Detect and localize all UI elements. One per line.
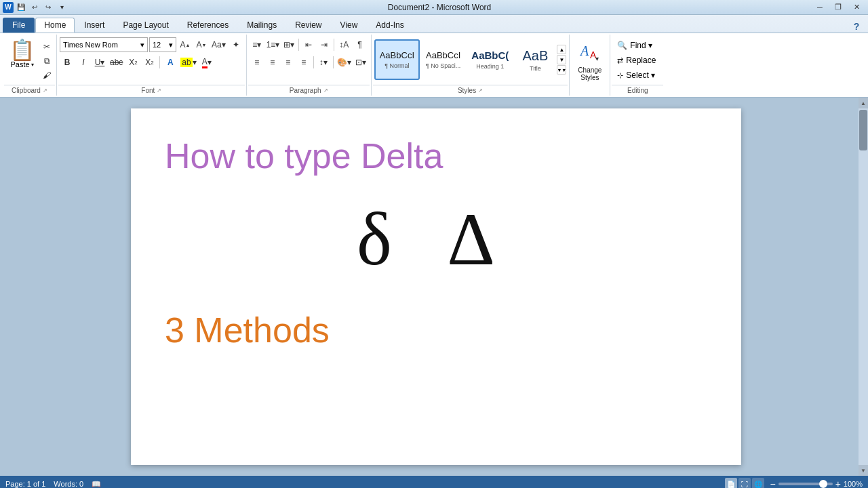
tab-references[interactable]: References	[178, 18, 237, 33]
paragraph-group-label[interactable]: Paragraph ↗	[248, 85, 370, 96]
replace-button[interactable]: ⇄ Replace	[613, 54, 660, 67]
tab-file[interactable]: File	[3, 18, 35, 33]
font-group: Times New Rom ▾ 12 ▾ A▲ A▼ Aa▾ ✦ B I U▾	[57, 35, 247, 96]
para-divider2	[334, 39, 334, 51]
close-button[interactable]: ✕	[848, 1, 865, 14]
copy-button[interactable]: ⧉	[40, 54, 54, 68]
scroll-thumb[interactable]	[859, 110, 867, 150]
undo-qa-button[interactable]: ↩	[28, 1, 41, 14]
border-button[interactable]: ⊡▾	[353, 55, 368, 70]
select-label: Select ▾	[626, 70, 655, 80]
show-formatting-button[interactable]: ¶	[352, 37, 367, 52]
superscript-button[interactable]: X2	[142, 55, 157, 70]
text-effects-button[interactable]: A	[163, 55, 178, 70]
find-button[interactable]: 🔍 Find ▾	[613, 39, 656, 52]
increase-indent-button[interactable]: ⇥	[317, 37, 332, 52]
paste-button[interactable]: 📋 Paste▾	[5, 37, 39, 71]
document-page[interactable]: How to type Delta δ Δ 3 Methods	[131, 108, 741, 465]
numbering-button[interactable]: 1≡▾	[265, 37, 281, 52]
subscript-button[interactable]: X2	[125, 55, 140, 70]
line-spacing-button[interactable]: ↕▾	[316, 55, 331, 70]
italic-button[interactable]: I	[76, 55, 91, 70]
underline-button[interactable]: U▾	[92, 55, 107, 70]
replace-icon: ⇄	[617, 56, 623, 65]
tab-review[interactable]: Review	[286, 18, 330, 33]
view-icons: 📄 ⛶ 🌐	[725, 478, 764, 488]
full-screen-view[interactable]: ⛶	[738, 478, 751, 488]
clear-format-button[interactable]: ✦	[229, 37, 243, 52]
redo-qa-button[interactable]: ↪	[42, 1, 54, 14]
restore-button[interactable]: ❐	[829, 1, 847, 14]
paste-label: Paste▾	[10, 60, 33, 68]
font-group-label[interactable]: Font ↗	[58, 85, 245, 96]
editing-group-label[interactable]: Editing	[612, 85, 663, 96]
sort-button[interactable]: ↕A	[336, 37, 351, 52]
help-button[interactable]: ?	[850, 20, 863, 33]
scroll-down-arrow[interactable]: ▼	[859, 465, 868, 476]
multilevel-button[interactable]: ⊞▾	[281, 37, 296, 52]
style-heading1-label: Heading 1	[476, 63, 504, 70]
customize-qa-button[interactable]: ▾	[56, 1, 68, 14]
document-main[interactable]: How to type Delta δ Δ 3 Methods	[14, 98, 859, 476]
shrink-font-button[interactable]: A▼	[194, 37, 209, 52]
tab-add-ins[interactable]: Add-Ins	[367, 18, 412, 33]
align-center-button[interactable]: ≡	[265, 55, 280, 70]
svg-text:▾: ▾	[595, 55, 599, 62]
zoom-thumb[interactable]	[819, 480, 827, 488]
web-layout-view[interactable]: 🌐	[752, 478, 764, 488]
language-indicator: 📖	[92, 480, 101, 489]
format-painter-button[interactable]: 🖌	[40, 68, 54, 82]
vertical-scrollbar[interactable]: ▲ ▼	[859, 98, 868, 476]
save-qa-button[interactable]: 💾	[15, 1, 27, 14]
styles-group-label[interactable]: Styles ↗	[373, 85, 568, 96]
align-left-button[interactable]: ≡	[250, 55, 264, 70]
document-heading: How to type Delta	[165, 136, 707, 176]
tab-mailings[interactable]: Mailings	[238, 18, 285, 33]
paragraph-expand-icon: ↗	[323, 87, 328, 94]
font-name-select[interactable]: Times New Rom ▾	[60, 37, 148, 52]
style-no-spacing-button[interactable]: AaBbCcI ¶ No Spaci...	[421, 39, 465, 80]
tab-page-layout[interactable]: Page Layout	[114, 18, 177, 33]
bold-button[interactable]: B	[60, 55, 75, 70]
tab-home[interactable]: Home	[35, 18, 75, 33]
zoom-in-button[interactable]: +	[835, 479, 841, 488]
font-color-button[interactable]: A▾	[199, 55, 214, 70]
styles-area: AaBbCcI ¶ Normal AaBbCcI ¶ No Spaci... A…	[374, 39, 567, 80]
change-styles-button[interactable]: A A ▾ ChangeStyles	[573, 38, 607, 83]
text-highlight-button[interactable]: ab▾	[179, 55, 197, 70]
find-icon: 🔍	[617, 41, 627, 50]
style-title-preview: AaB	[522, 47, 548, 64]
styles-down-arrow[interactable]: ▼	[557, 55, 566, 64]
style-title-button[interactable]: AaB Title	[515, 39, 555, 80]
justify-button[interactable]: ≡	[296, 55, 311, 70]
select-button[interactable]: ⊹ Select ▾	[613, 68, 659, 82]
shading-button[interactable]: 🎨▾	[336, 55, 353, 70]
change-styles-icon: A A ▾	[576, 39, 604, 66]
minimize-button[interactable]: ─	[811, 1, 829, 14]
bullets-button[interactable]: ≡▾	[250, 37, 264, 52]
grow-font-button[interactable]: A▲	[178, 37, 193, 52]
zoom-out-button[interactable]: −	[770, 479, 775, 488]
style-heading1-preview: AaBbC(	[471, 49, 509, 62]
print-layout-view[interactable]: 📄	[725, 478, 737, 488]
tab-insert[interactable]: Insert	[75, 18, 113, 33]
change-case-button[interactable]: Aa▾	[210, 37, 227, 52]
decrease-indent-button[interactable]: ⇤	[301, 37, 316, 52]
document-methods: 3 Methods	[165, 310, 707, 350]
style-heading1-button[interactable]: AaBbC( Heading 1	[467, 39, 513, 80]
title-bar: W 💾 ↩ ↪ ▾ Document2 - Microsoft Word ─ ❐…	[0, 0, 868, 15]
clipboard-side: ✂ ⧉ 🖌	[40, 37, 54, 82]
styles-up-arrow[interactable]: ▲	[557, 45, 566, 54]
tab-view[interactable]: View	[332, 18, 367, 33]
zoom-slider[interactable]	[778, 483, 833, 485]
cut-button[interactable]: ✂	[40, 40, 54, 54]
document-area: How to type Delta δ Δ 3 Methods ▲ ▼	[0, 98, 868, 476]
scroll-up-arrow[interactable]: ▲	[859, 98, 868, 108]
clipboard-group-label[interactable]: Clipboard ↗	[4, 85, 55, 96]
style-normal-button[interactable]: AaBbCcI ¶ Normal	[374, 39, 420, 80]
change-styles-group: A A ▾ ChangeStyles .	[570, 35, 610, 96]
styles-more-arrow[interactable]: ▼▼	[557, 65, 566, 75]
align-right-button[interactable]: ≡	[281, 55, 296, 70]
strikethrough-button[interactable]: abc	[108, 55, 124, 70]
font-size-select[interactable]: 12 ▾	[149, 37, 176, 52]
